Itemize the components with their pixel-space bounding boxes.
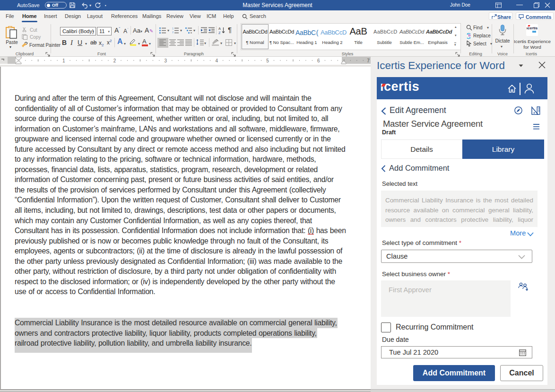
- svg-text:5: 5: [266, 58, 269, 63]
- svg-text:2: 2: [172, 31, 173, 34]
- svg-text:4: 4: [215, 58, 218, 63]
- svg-text:1: 1: [172, 27, 173, 30]
- svg-text:7: 7: [367, 58, 370, 63]
- svg-text:b: b: [468, 33, 471, 37]
- svg-text:2: 2: [113, 58, 116, 63]
- svg-text:1: 1: [62, 58, 65, 63]
- svg-text:6: 6: [317, 58, 320, 63]
- svg-text:Z: Z: [218, 31, 221, 35]
- svg-text:3: 3: [165, 58, 167, 63]
